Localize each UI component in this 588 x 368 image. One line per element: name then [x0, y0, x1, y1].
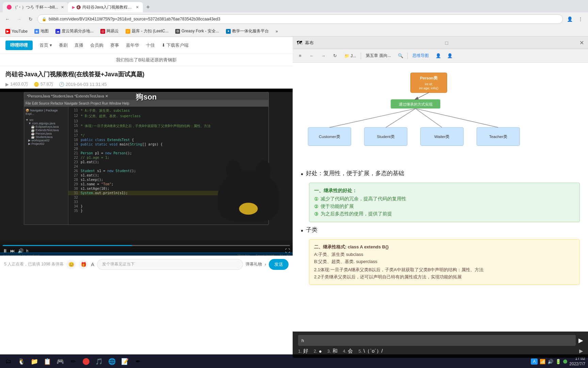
volume-btn[interactable]: 🔊: [18, 248, 23, 254]
bili-logo[interactable]: 哔哩哔哩: [5, 41, 33, 50]
bookmark-more[interactable]: »: [273, 28, 281, 34]
comment-count: 5 人正在看，已装填 1098 条弹幕: [4, 261, 64, 267]
right-close-btn[interactable]: ✕: [579, 40, 584, 46]
bili-nav-bangumi[interactable]: 番剧: [59, 42, 68, 48]
reload-button[interactable]: ↻: [26, 14, 35, 24]
bookmark-map[interactable]: ◈ 地图: [32, 28, 51, 35]
forward-button[interactable]: →: [14, 14, 24, 24]
toolbar-forward-btn[interactable]: →: [318, 51, 328, 61]
taskbar-battery[interactable]: 🔋: [555, 359, 561, 364]
bili-nav-festival[interactable]: 嘉年华: [126, 42, 139, 48]
toolbar-refresh-btn[interactable]: ↻: [330, 51, 340, 61]
page-title: 尚硅谷Java入门视频教程(在线答疑+Java面试真题): [5, 70, 287, 78]
animal-body: [218, 167, 279, 221]
candidate-1[interactable]: 1. 好: [298, 348, 308, 354]
clock-icon: 🕐: [59, 82, 64, 87]
video-controls: ⏸ ⏭ 🔊 h ⛶: [0, 239, 293, 256]
new-tab-button[interactable]: +: [143, 2, 153, 12]
toolbar-chapter-btn[interactable]: 第五章 面向...: [363, 52, 393, 59]
taskbar-browser[interactable]: 🌐: [106, 356, 118, 367]
play-btn[interactable]: ⏸: [3, 248, 7, 254]
back-button[interactable]: ←: [3, 14, 12, 24]
tab-1[interactable]: （'・）つろ 千杯～–bill... ✕: [3, 2, 68, 12]
danmaku-arrow[interactable]: ›: [265, 262, 266, 267]
bookmark-163[interactable]: ◎ 网易云: [98, 28, 121, 35]
tab1-title: （'・）つろ 千杯～–bill...: [13, 4, 58, 10]
taskbar-ime[interactable]: A: [531, 358, 538, 365]
taskbar-record-btn[interactable]: [80, 356, 92, 367]
minimize-btn[interactable]: □: [445, 40, 448, 46]
taskbar-network[interactable]: 📶: [540, 359, 545, 364]
taskbar-edit[interactable]: ✏: [67, 356, 79, 367]
taskbar-notes[interactable]: 📝: [119, 356, 131, 367]
taskbar-indicator-green: [563, 359, 567, 364]
toolbar-mindmap-btn[interactable]: 思维导图: [410, 52, 431, 59]
send-button[interactable]: 发送: [269, 259, 289, 270]
toolbar-user2-btn[interactable]: 👤: [445, 51, 455, 61]
danmaku-toggle[interactable]: 弹幕礼物: [246, 261, 262, 267]
taskbar-volume[interactable]: 🔊: [548, 359, 553, 364]
bookmark-greasy[interactable]: ⚙ Greasy Fork - 安全...: [173, 28, 222, 35]
taskbar-file-manager[interactable]: 🗂: [3, 356, 14, 367]
bookmark-youtube-label: YouTube: [12, 29, 28, 34]
app-icon: 🗺: [297, 40, 302, 46]
candidate-5[interactable]: 5. \（`o´）/: [358, 348, 383, 354]
taskbar-music[interactable]: 🎵: [93, 356, 105, 367]
toolbar-user1-btn[interactable]: 👤: [434, 51, 443, 61]
tab-2[interactable]: ▶ 🔇 尚硅谷Java入门视频教程(在... ✕: [68, 2, 143, 12]
font-icon[interactable]: A: [91, 262, 94, 267]
candidate-2[interactable]: 2. ●: [314, 348, 322, 354]
menu-btn[interactable]: ≡: [295, 51, 305, 61]
bookmark-youtube[interactable]: ▶ YouTube: [3, 28, 30, 34]
taskbar-folder[interactable]: 📁: [29, 356, 40, 367]
address-bar[interactable]: 🔒 bilibili.com/video/BV1Kb411W75N?p=261&…: [37, 14, 563, 24]
settings-icon[interactable]: ⋮: [576, 14, 585, 24]
toolbar-divider1: [361, 52, 361, 59]
toolbar-back-btn[interactable]: ←: [307, 51, 316, 61]
gift-btn[interactable]: 🎁: [79, 260, 88, 269]
video-player[interactable]: 狗son *PersonsJava *StudentJava *ExtendsT…: [0, 89, 293, 256]
tab2-mute[interactable]: 🔇: [76, 5, 81, 10]
bili-nav-home[interactable]: 首页 ▾: [39, 42, 52, 48]
bookmark-teach[interactable]: ✦ 教学一体化服务平台: [223, 28, 272, 35]
chat-overlay: ▶ 1. 好 2. ● 3. 和 4. 会: [293, 332, 588, 358]
chat-input[interactable]: [298, 335, 576, 346]
toolbar-folder-btn[interactable]: 📁 J...: [342, 53, 359, 59]
more-bookmarks-icon: »: [276, 29, 278, 34]
send-arrow[interactable]: ▶: [578, 337, 583, 344]
taskbar-pencil[interactable]: ✒: [132, 356, 144, 367]
bookmark-leetcode[interactable]: ⚡ 题库 - 力扣 (LeetC...: [123, 28, 171, 35]
progress-bar[interactable]: [3, 245, 290, 246]
toolbar-search-btn[interactable]: 🔍: [396, 51, 405, 61]
comment-input-field[interactable]: 发个弹幕见证当下: [97, 259, 243, 270]
candidate-arrow[interactable]: ▶: [579, 348, 583, 354]
download-icon: ⬇: [162, 43, 165, 48]
candidate-4[interactable]: 4. 会: [343, 348, 353, 354]
bili-nav-vip[interactable]: 会员购: [90, 42, 103, 48]
taskbar-penguin[interactable]: 🐧: [16, 356, 27, 367]
taskbar-clipboard[interactable]: 📋: [42, 356, 53, 367]
mindmap-content[interactable]: Person类 int id; int age; info() 通过继承的方式实…: [293, 63, 588, 358]
bookmark-163-label: 网易云: [107, 28, 119, 34]
bili-nav-match[interactable]: 赛事: [110, 42, 119, 48]
candidate-num-3: 3.: [327, 349, 331, 354]
emoji-btn[interactable]: 😊: [66, 260, 76, 269]
tab2-close[interactable]: ✕: [136, 5, 139, 10]
bookmark-baidu[interactable]: ☁ 度云简易分步地...: [53, 28, 96, 35]
profile-icon[interactable]: 👤: [565, 14, 574, 24]
next-btn[interactable]: ⏭: [10, 248, 15, 254]
tab1-close[interactable]: ✕: [61, 5, 64, 10]
comment-placeholder: 发个弹幕见证当下: [102, 261, 135, 267]
tab-bar: （'・）つろ 千杯～–bill... ✕ ▶ 🔇 尚硅谷Java入门视频教程(在…: [0, 0, 588, 12]
bili-nav-top10[interactable]: 十佳: [146, 42, 155, 48]
bili-area: 哔哩哔哩 首页 ▾ 番剧 直播 会员购 赛事 嘉年华 十佳 ⬇ 下载客户端 我们…: [0, 37, 293, 368]
taskbar-game[interactable]: 🎮: [54, 356, 66, 367]
address-text: bilibili.com/video/BV1Kb411W75N?p=261&vd…: [49, 17, 220, 21]
bili-nav-download[interactable]: ⬇ 下载客户端: [162, 42, 189, 48]
upload-date: 🕐 2019-04-03 11:31:45: [59, 82, 107, 87]
bili-nav-live[interactable]: 直播: [75, 42, 83, 48]
time-display: h: [26, 249, 28, 253]
candidate-3[interactable]: 3. 和: [327, 348, 338, 354]
chat-candidates: 1. 好 2. ● 3. 和 4. 会 5. \（`o´）/: [298, 348, 583, 354]
fullscreen-btn[interactable]: ⛶: [285, 248, 290, 254]
